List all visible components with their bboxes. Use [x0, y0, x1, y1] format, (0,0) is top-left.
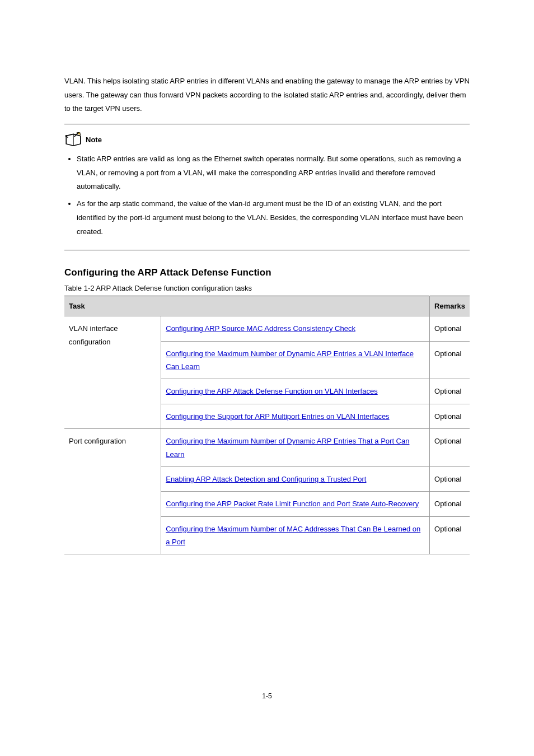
task-link[interactable]: Configuring the Support for ARP Multipor…	[166, 412, 389, 421]
table-caption: Table 1-2 ARP Attack Defense function co…	[64, 284, 470, 292]
task-cell: Configuring the Maximum Number of MAC Ad…	[161, 516, 430, 554]
header-task: Task	[64, 296, 430, 316]
table-header-row: Task Remarks	[64, 296, 470, 316]
section-heading: Configuring the ARP Attack Defense Funct…	[64, 267, 470, 278]
note-divider-top	[64, 124, 470, 124]
task-link[interactable]: Configuring the Maximum Number of MAC Ad…	[166, 525, 420, 546]
remarks-cell: Optional	[430, 341, 470, 379]
header-remarks: Remarks	[430, 296, 470, 316]
remarks-cell: Optional	[430, 516, 470, 554]
table-row: Port configuration Configuring the Maxim…	[64, 429, 470, 467]
note-item: As for the arp static command, the value…	[77, 197, 470, 239]
note-label: Note	[86, 136, 102, 144]
remarks-cell: Optional	[430, 379, 470, 404]
page-number: 1-5	[0, 692, 534, 700]
table-row: VLAN interface configuration Configuring…	[64, 316, 470, 341]
remarks-cell: Optional	[430, 466, 470, 491]
task-link[interactable]: Configuring ARP Source MAC Address Consi…	[166, 324, 355, 333]
note-section: Note Static ARP entries are valid as lon…	[64, 132, 470, 239]
note-divider-bottom	[64, 250, 470, 250]
intro-paragraph: VLAN. This helps isolating static ARP en…	[64, 74, 470, 116]
task-cell: Configuring the ARP Attack Defense Funct…	[161, 379, 430, 404]
task-cell: Configuring the Support for ARP Multipor…	[161, 404, 430, 428]
group-label: VLAN interface configuration	[64, 316, 161, 429]
remarks-cell: Optional	[430, 492, 470, 516]
remarks-cell: Optional	[430, 404, 470, 428]
task-cell: Configuring the ARP Packet Rate Limit Fu…	[161, 492, 430, 516]
remarks-cell: Optional	[430, 316, 470, 341]
task-link[interactable]: Enabling ARP Attack Detection and Config…	[166, 475, 366, 483]
note-icon	[64, 132, 82, 147]
task-link[interactable]: Configuring the ARP Packet Rate Limit Fu…	[166, 500, 419, 508]
task-cell: Configuring the Maximum Number of Dynami…	[161, 341, 430, 379]
config-task-table: Task Remarks VLAN interface configuratio…	[64, 296, 470, 554]
note-item: Static ARP entries are valid as long as …	[77, 152, 470, 194]
note-heading: Note	[64, 132, 470, 147]
task-link[interactable]: Configuring the Maximum Number of Dynami…	[166, 349, 414, 371]
task-link[interactable]: Configuring the Maximum Number of Dynami…	[166, 437, 409, 458]
task-cell: Enabling ARP Attack Detection and Config…	[161, 466, 430, 491]
task-cell: Configuring the Maximum Number of Dynami…	[161, 429, 430, 467]
remarks-cell: Optional	[430, 429, 470, 467]
task-link[interactable]: Configuring the ARP Attack Defense Funct…	[166, 387, 377, 395]
task-cell: Configuring ARP Source MAC Address Consi…	[161, 316, 430, 341]
note-list: Static ARP entries are valid as long as …	[64, 152, 470, 239]
group-label: Port configuration	[64, 429, 161, 554]
